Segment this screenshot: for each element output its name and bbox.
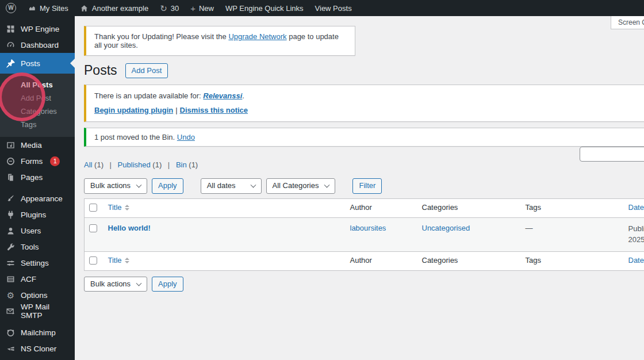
menu-separator <box>0 185 75 190</box>
user-icon <box>6 226 16 236</box>
wp-engine-quick-links-menu[interactable]: WP Engine Quick Links <box>220 0 309 16</box>
submenu-add-post[interactable]: Add Post <box>0 91 75 105</box>
forms-icon <box>6 156 16 166</box>
page-title: Posts <box>84 63 117 79</box>
sort-by-title-header[interactable]: Title <box>108 203 122 212</box>
bin-notice-text: 1 post moved to the Bin. <box>94 133 177 141</box>
site-link[interactable]: Another example <box>74 0 154 16</box>
column-header-tags: Tags <box>526 203 541 212</box>
view-published-link[interactable]: Published <box>118 160 151 169</box>
mail-icon <box>6 307 16 316</box>
wordpress-menu[interactable]: W <box>0 0 22 16</box>
wrench-icon <box>6 242 16 252</box>
sort-arrows-icon <box>125 258 129 263</box>
bulk-actions-select[interactable]: Bulk actions <box>84 178 147 194</box>
submenu-categories[interactable]: Categories <box>0 105 75 118</box>
view-posts-label: View Posts <box>315 4 352 13</box>
pushpin-icon <box>6 59 16 68</box>
dates-filter-select[interactable]: All dates <box>201 178 262 194</box>
multisite-icon <box>28 4 36 13</box>
undo-link[interactable]: Undo <box>177 133 195 141</box>
sidebar-item-posts[interactable]: Posts <box>0 53 75 74</box>
posts-submenu: All Posts Add Post Categories Tags <box>0 74 75 137</box>
add-post-button[interactable]: Add Post <box>125 63 168 78</box>
table-header-row: Title Author Categories Tags Date <box>85 198 644 217</box>
view-bin-link[interactable]: Bin <box>176 160 187 169</box>
sidebar-item-label: Settings <box>21 259 49 267</box>
sidebar-item-plugins[interactable]: Plugins <box>0 206 75 223</box>
sidebar-item-users[interactable]: Users <box>0 223 75 239</box>
sidebar-item-pages[interactable]: Pages <box>0 169 75 185</box>
main-content: Screen Options Thank you for Updating! P… <box>75 16 644 360</box>
categories-filter-select[interactable]: All Categories <box>266 178 336 194</box>
my-sites-menu[interactable]: My Sites <box>22 0 74 16</box>
post-date-value: 2025/ <box>628 235 644 244</box>
relevanssi-link[interactable]: Relevanssi <box>203 91 242 100</box>
post-category-link[interactable]: Uncategorised <box>422 224 470 232</box>
sidebar-item-mailchimp[interactable]: Mailchimp <box>0 324 75 340</box>
screen-options-tab[interactable]: Screen Options <box>611 16 644 29</box>
sidebar-item-label: Options <box>21 291 48 300</box>
view-all-link[interactable]: All <box>84 160 92 169</box>
sidebar-item-appearance[interactable]: Appearance <box>0 190 75 206</box>
view-bin-count: (1) <box>189 160 198 169</box>
sidebar-item-label: WP Engine <box>21 25 59 33</box>
sort-by-date-header[interactable]: Date <box>628 203 644 212</box>
sidebar-item-dashboard[interactable]: Dashboard <box>0 37 75 53</box>
categories-filter-value: All Categories <box>273 181 319 190</box>
submenu-tags[interactable]: Tags <box>0 118 75 131</box>
sidebar-item-label: ACF <box>21 275 36 284</box>
updates-menu[interactable]: ↻ 30 <box>154 0 185 16</box>
select-all-checkbox[interactable] <box>89 204 97 212</box>
column-header-date: Date <box>628 203 644 212</box>
home-icon <box>80 4 89 13</box>
sidebar-item-label: Pages <box>21 173 43 182</box>
begin-updating-plugin-link[interactable]: Begin updating plugin <box>94 106 173 114</box>
plug-icon <box>6 210 16 220</box>
column-header-title: Title <box>108 203 122 212</box>
notice-text: There is an update available for: <box>94 91 203 100</box>
post-date-status: Published <box>628 224 644 233</box>
apply-button[interactable]: Apply <box>152 277 183 292</box>
gear-icon: ⚙ <box>6 291 16 300</box>
separator: | <box>110 160 112 169</box>
upgrade-network-link[interactable]: Upgrade Network <box>228 32 286 41</box>
view-posts-link[interactable]: View Posts <box>309 0 358 16</box>
filter-button[interactable]: Filter <box>352 178 382 193</box>
post-title-link[interactable]: Hello world! <box>108 224 151 232</box>
submenu-all-posts[interactable]: All Posts <box>0 78 75 91</box>
new-content-menu[interactable]: + New <box>185 0 220 16</box>
sidebar-item-acf[interactable]: ACF <box>0 271 75 287</box>
my-sites-label: My Sites <box>40 4 68 13</box>
apply-button[interactable]: Apply <box>152 178 183 193</box>
table-row: Hello world! laboursites Uncategorised —… <box>85 217 644 251</box>
sidebar-item-settings[interactable]: Settings <box>0 255 75 271</box>
new-label: New <box>199 4 214 13</box>
select-all-checkbox[interactable] <box>89 256 97 265</box>
bulk-actions-select[interactable]: Bulk actions <box>84 277 147 292</box>
dismiss-notice-link[interactable]: Dismiss this notice <box>180 106 248 114</box>
post-views-filter: All (1) | Published (1) | Bin (1) <box>84 160 644 169</box>
column-header-categories: Categories <box>422 256 458 265</box>
sidebar-item-forms[interactable]: Forms 1 <box>0 153 75 169</box>
sidebar-item-options[interactable]: ⚙ Options <box>0 287 75 303</box>
search-posts-input[interactable] <box>580 147 644 162</box>
sidebar-item-tools[interactable]: Tools <box>0 239 75 255</box>
sort-by-date-header[interactable]: Date <box>628 256 644 265</box>
sidebar-item-label: Users <box>21 227 41 235</box>
view-published-count: (1) <box>152 160 162 169</box>
sidebar-item-media[interactable]: Media <box>0 137 75 153</box>
post-author-link[interactable]: laboursites <box>350 224 386 232</box>
sidebar-item-wp-engine[interactable]: WP Engine <box>0 21 75 37</box>
acf-icon <box>6 274 16 284</box>
wp-engine-quick-links-label: WP Engine Quick Links <box>225 4 304 13</box>
bulk-actions-value: Bulk actions <box>90 279 131 288</box>
row-checkbox[interactable] <box>89 224 97 232</box>
sidebar-item-wp-mail-smtp[interactable]: WP Mail SMTP <box>0 303 75 319</box>
sliders-icon <box>6 258 16 268</box>
sidebar-item-ns-cloner[interactable]: NS Cloner <box>0 340 75 357</box>
dashboard-icon <box>6 40 16 50</box>
sort-by-title-header[interactable]: Title <box>108 256 122 265</box>
bulk-actions-value: Bulk actions <box>90 181 131 190</box>
sidebar-item-label: NS Cloner <box>21 344 56 353</box>
